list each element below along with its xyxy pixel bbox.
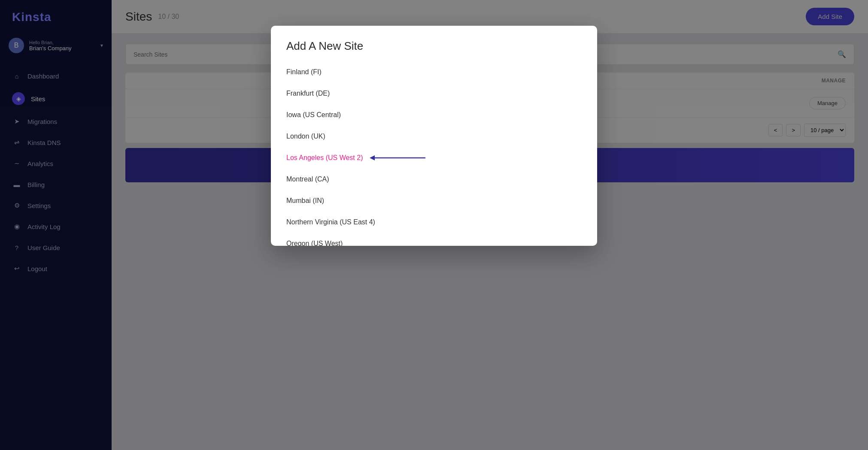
modal-title: Add A New Site xyxy=(286,39,582,53)
selection-arrow-icon xyxy=(370,155,430,161)
location-label: London (UK) xyxy=(286,133,325,140)
location-item-uk[interactable]: London (UK) xyxy=(286,126,582,147)
add-site-modal: Add A New Site Finland (FI)Frankfurt (DE… xyxy=(271,26,597,246)
location-list-container: Finland (FI)Frankfurt (DE)Iowa (US Centr… xyxy=(271,61,597,246)
location-label: Oregon (US West) xyxy=(286,240,343,246)
location-item-us-east-4[interactable]: Northern Virginia (US East 4) xyxy=(286,211,582,233)
location-list: Finland (FI)Frankfurt (DE)Iowa (US Centr… xyxy=(286,61,582,246)
location-item-ca[interactable]: Montreal (CA) xyxy=(286,169,582,190)
location-label: Iowa (US Central) xyxy=(286,111,341,118)
location-item-fi[interactable]: Finland (FI) xyxy=(286,61,582,83)
location-label: Montreal (CA) xyxy=(286,175,329,183)
location-label: Northern Virginia (US East 4) xyxy=(286,218,375,226)
location-item-us-west-2[interactable]: Los Angeles (US West 2) xyxy=(286,147,582,169)
location-item-us-central[interactable]: Iowa (US Central) xyxy=(286,104,582,126)
location-label: Finland (FI) xyxy=(286,68,322,76)
location-label: Los Angeles (US West 2) xyxy=(286,154,363,162)
modal-overlay[interactable]: Add A New Site Finland (FI)Frankfurt (DE… xyxy=(0,0,868,450)
location-item-us-west[interactable]: Oregon (US West) xyxy=(286,233,582,246)
location-label: Frankfurt (DE) xyxy=(286,90,330,97)
location-item-de[interactable]: Frankfurt (DE) xyxy=(286,83,582,104)
svg-marker-1 xyxy=(370,155,375,160)
location-item-in[interactable]: Mumbai (IN) xyxy=(286,190,582,211)
location-label: Mumbai (IN) xyxy=(286,197,324,204)
modal-header: Add A New Site xyxy=(271,26,597,61)
modal-body: Finland (FI)Frankfurt (DE)Iowa (US Centr… xyxy=(271,61,597,246)
